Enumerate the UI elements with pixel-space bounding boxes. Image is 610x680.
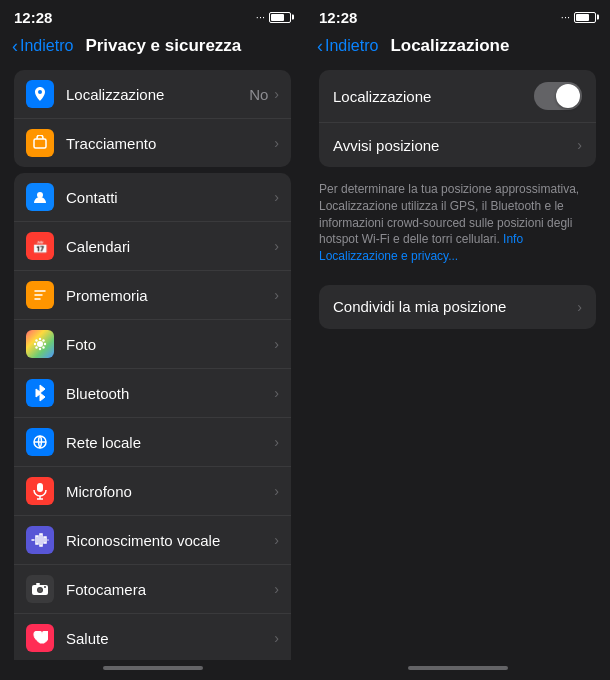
foto-label: Foto: [66, 336, 274, 353]
left-nav-title: Privacy e sicurezza: [85, 36, 293, 56]
avvisi-posizione-chevron: ›: [577, 137, 582, 153]
salute-item[interactable]: Salute ›: [14, 614, 291, 660]
contatti-icon: [26, 183, 54, 211]
localizzazione-description: Per determinare la tua posizione appross…: [305, 173, 610, 269]
left-status-icons: ···: [256, 11, 291, 23]
localizzazione-value: No: [249, 86, 268, 103]
right-home-indicator: [305, 660, 610, 680]
fotocamera-icon: [26, 575, 54, 603]
tracciamento-icon: [26, 129, 54, 157]
left-status-bar: 12:28 ···: [0, 0, 305, 32]
left-status-time: 12:28: [14, 9, 52, 26]
left-scroll-area[interactable]: Localizzazione No › Tracciamento ›: [0, 64, 305, 660]
riconoscimento-label: Riconoscimento vocale: [66, 532, 274, 549]
right-battery-icon: [574, 12, 596, 23]
contatti-item[interactable]: Contatti ›: [14, 173, 291, 222]
top-settings-group: Localizzazione No › Tracciamento ›: [14, 70, 291, 167]
toggle-knob: [556, 84, 580, 108]
left-back-button[interactable]: ‹ Indietro: [12, 37, 73, 55]
localizzazione-toggle-label: Localizzazione: [333, 88, 534, 105]
tracciamento-item[interactable]: Tracciamento ›: [14, 119, 291, 167]
calendari-item[interactable]: 📅 Calendari ›: [14, 222, 291, 271]
right-status-time: 12:28: [319, 9, 357, 26]
calendari-label: Calendari: [66, 238, 274, 255]
rete-locale-item[interactable]: Rete locale ›: [14, 418, 291, 467]
right-status-bar: 12:28 ···: [305, 0, 610, 32]
localizzazione-label: Localizzazione: [66, 86, 249, 103]
avvisi-posizione-label: Avvisi posizione: [333, 137, 577, 154]
svg-point-6: [44, 343, 46, 345]
battery-icon: [269, 12, 291, 23]
main-settings-group: Contatti › 📅 Calendari › Promemoria: [14, 173, 291, 660]
foto-item[interactable]: Foto ›: [14, 320, 291, 369]
bluetooth-chevron: ›: [274, 385, 279, 401]
svg-rect-12: [37, 483, 43, 492]
condividi-group: Condividi la mia posizione ›: [319, 285, 596, 329]
left-nav-bar: ‹ Indietro Privacy e sicurezza: [0, 32, 305, 64]
left-home-bar: [103, 666, 203, 670]
salute-label: Salute: [66, 630, 274, 647]
salute-chevron: ›: [274, 630, 279, 646]
foto-icon: [26, 330, 54, 358]
rete-locale-icon: [26, 428, 54, 456]
right-nav-bar: ‹ Indietro Localizzazione: [305, 32, 610, 64]
right-nav-title: Localizzazione: [390, 36, 598, 56]
condividi-posizione-item[interactable]: Condividi la mia posizione ›: [319, 285, 596, 329]
promemoria-label: Promemoria: [66, 287, 274, 304]
condividi-posizione-label: Condividi la mia posizione: [333, 298, 577, 315]
tracciamento-label: Tracciamento: [66, 135, 274, 152]
bluetooth-item[interactable]: Bluetooth ›: [14, 369, 291, 418]
svg-rect-0: [34, 139, 46, 148]
tracciamento-chevron: ›: [274, 135, 279, 151]
fotocamera-chevron: ›: [274, 581, 279, 597]
svg-point-4: [39, 348, 41, 350]
localizzazione-icon: [26, 80, 54, 108]
contatti-chevron: ›: [274, 189, 279, 205]
svg-point-10: [42, 346, 44, 348]
promemoria-icon: [26, 281, 54, 309]
right-home-bar: [408, 666, 508, 670]
left-panel: 12:28 ··· ‹ Indietro Privacy e sicurezza: [0, 0, 305, 680]
promemoria-chevron: ›: [274, 287, 279, 303]
svg-point-5: [34, 343, 36, 345]
localizzazione-toggle-item[interactable]: Localizzazione: [319, 70, 596, 123]
riconoscimento-vocale-item[interactable]: Riconoscimento vocale ›: [14, 516, 291, 565]
left-home-indicator: [0, 660, 305, 680]
rete-locale-chevron: ›: [274, 434, 279, 450]
svg-rect-18: [36, 583, 40, 585]
promemoria-item[interactable]: Promemoria ›: [14, 271, 291, 320]
signal-dots-icon: ···: [256, 11, 265, 23]
svg-point-19: [44, 586, 46, 588]
localizzazione-group: Localizzazione Avvisi posizione ›: [319, 70, 596, 167]
bluetooth-icon: [26, 379, 54, 407]
right-panel: 12:28 ··· ‹ Indietro Localizzazione Loca…: [305, 0, 610, 680]
condividi-posizione-chevron: ›: [577, 299, 582, 315]
svg-point-7: [35, 339, 37, 341]
fotocamera-item[interactable]: Fotocamera ›: [14, 565, 291, 614]
localizzazione-toggle[interactable]: [534, 82, 582, 110]
salute-icon: [26, 624, 54, 652]
avvisi-posizione-item[interactable]: Avvisi posizione ›: [319, 123, 596, 167]
microfono-item[interactable]: Microfono ›: [14, 467, 291, 516]
right-back-chevron-icon: ‹: [317, 37, 323, 55]
localizzazione-chevron: ›: [274, 86, 279, 102]
riconoscimento-chevron: ›: [274, 532, 279, 548]
foto-chevron: ›: [274, 336, 279, 352]
svg-point-8: [42, 339, 44, 341]
right-scroll-area[interactable]: Localizzazione Avvisi posizione › Per de…: [305, 64, 610, 660]
right-signal-dots-icon: ···: [561, 11, 570, 23]
fotocamera-label: Fotocamera: [66, 581, 274, 598]
bluetooth-label: Bluetooth: [66, 385, 274, 402]
svg-point-2: [37, 341, 43, 347]
microfono-icon: [26, 477, 54, 505]
calendari-chevron: ›: [274, 238, 279, 254]
right-status-icons: ···: [561, 11, 596, 23]
svg-point-17: [38, 588, 42, 592]
contatti-label: Contatti: [66, 189, 274, 206]
localizzazione-item[interactable]: Localizzazione No ›: [14, 70, 291, 119]
svg-point-9: [35, 346, 37, 348]
right-back-button[interactable]: ‹ Indietro: [317, 37, 378, 55]
microfono-chevron: ›: [274, 483, 279, 499]
riconoscimento-icon: [26, 526, 54, 554]
rete-locale-label: Rete locale: [66, 434, 274, 451]
